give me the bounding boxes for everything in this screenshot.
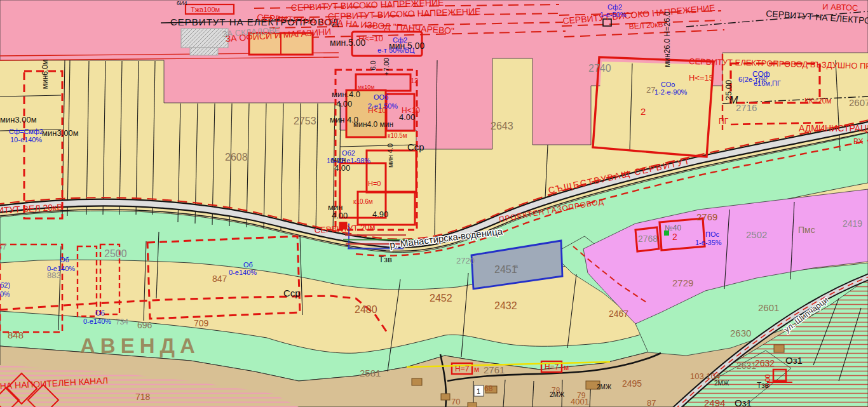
zone-abbr-label: Пмс xyxy=(798,225,815,235)
building-hatched-small xyxy=(190,48,218,55)
parcel-number: 79 xyxy=(577,391,586,400)
parcel-number: 2729 xyxy=(672,277,693,288)
dim-label: мин 4.0 xyxy=(386,143,394,168)
parcel-number: 2495 xyxy=(622,378,642,389)
dim-label: КК=20м xyxy=(804,97,832,105)
zone-code: 10-12 е1-98% xyxy=(327,157,370,164)
zone-code: Об xyxy=(60,256,69,264)
map-canvas[interactable]: АВЕНДА СЕРВИТУТ НА ЕЛЕКТРОПРОВОД СЕРВИТУ… xyxy=(0,0,868,407)
dim-label: к10.6м xyxy=(353,198,373,205)
parcel-number: 718 xyxy=(135,392,151,402)
parcel-number: 2608 xyxy=(225,152,248,163)
parcel-number: 2 xyxy=(672,232,677,242)
zone-code: б2) xyxy=(0,281,10,289)
label-box-number: 1 xyxy=(477,387,480,395)
zone-code: Об xyxy=(95,309,105,317)
zone-code: Сф2 xyxy=(607,3,622,11)
zone-use-label: И АВТОС xyxy=(822,2,858,13)
parcel-number: 2480 xyxy=(355,304,377,315)
parcel-number: 2643 xyxy=(491,121,513,131)
zone-code: е-т 50%/ВЦ xyxy=(377,46,414,54)
zone-abbr-label: 2МЖ xyxy=(597,384,612,390)
parcel-number: 2761 xyxy=(484,364,505,375)
height-limit-label: Н=7 xyxy=(545,363,559,371)
zone-code: Об xyxy=(243,261,253,269)
zone-abbr-label: Оз1 xyxy=(785,355,803,366)
parcel-number: 2581 xyxy=(360,368,381,378)
cadastral-map[interactable]: АВЕНДА СЕРВИТУТ НА ЕЛЕКТРОПРОВОД СЕРВИТУ… xyxy=(0,0,868,407)
height-limit-label: Н<10 xyxy=(402,106,420,115)
parcel-number: 2452 xyxy=(430,293,452,304)
dim-label: к10.5м xyxy=(388,132,407,139)
dim-label: 4.00 xyxy=(334,163,350,173)
zone-code: Сф2 xyxy=(393,36,407,44)
dim-label: 4.90 xyxy=(372,210,388,219)
parcel-number: 87 xyxy=(647,398,656,407)
parcel-number: 2502 xyxy=(746,229,767,240)
zone-abbr-label: Тзв xyxy=(379,255,392,264)
zone-abbr-label: Оз1 xyxy=(735,397,752,407)
zone-code: 0-е140% xyxy=(83,317,111,325)
parcel-number: 68 xyxy=(484,384,493,393)
parcel-number: 57 xyxy=(0,242,6,251)
parcel-number-superscript: а xyxy=(515,263,518,269)
zone-use-label: ВХ xyxy=(853,137,863,146)
zone-abbr-label: Сср xyxy=(407,142,424,152)
dim-label: 4.00 xyxy=(332,211,348,220)
zone-code: 1-2-е-90% xyxy=(654,88,688,96)
dim-label: мк10м xyxy=(358,84,374,90)
height-limit-label: Н<=15 xyxy=(689,73,714,83)
parcel-number: 2432 xyxy=(494,300,517,311)
parcel-number: 2630 xyxy=(730,328,751,338)
dim-label: мин26.0 Н=26.0 xyxy=(663,11,672,67)
zone-code: 0% xyxy=(0,290,10,298)
parcel-number: 2419 xyxy=(843,218,862,229)
zone-code: ООб xyxy=(374,93,388,101)
parcel-number: 2500 xyxy=(104,248,127,259)
parcel-number: 847 xyxy=(212,274,227,284)
parcel-number: 2716 xyxy=(736,102,757,113)
parcel-number: 2769 xyxy=(696,211,717,222)
watermark: АВЕНДА xyxy=(80,334,200,357)
parcel-number: 2740 xyxy=(588,63,611,74)
parcel-number: 709 xyxy=(194,318,209,328)
zone-code: 2-е1 50% xyxy=(368,102,398,110)
zone-abbr-label: М xyxy=(729,95,738,105)
zone-abbr-label: 2МЖ xyxy=(714,380,729,387)
zone-abbr-label: 2МЖ xyxy=(550,391,565,398)
dim-label: 6.0 xyxy=(369,60,377,70)
dim-label: мин6.0м xyxy=(41,60,50,90)
zone-use-label: Тжа100м xyxy=(191,6,220,13)
parcel-number: 2494 xyxy=(704,397,725,407)
zone-code: е16м,ПГ xyxy=(754,79,781,87)
parcel-number: 2720 xyxy=(456,256,475,265)
parcel-number: 2631 xyxy=(736,361,756,371)
dim-label: мин3.00м xyxy=(42,128,79,138)
parcel-number: 2632 xyxy=(755,358,775,368)
zone-code: Об2 xyxy=(342,149,355,157)
parcel-number: 848 xyxy=(8,330,24,340)
height-limit-label: Н=7 xyxy=(455,364,470,373)
parcel-number: 734 xyxy=(116,317,128,326)
dim-label: 6И4 xyxy=(177,0,187,6)
parcel-number: 2753 xyxy=(294,116,316,126)
zone-code: 10-е140% xyxy=(10,136,42,143)
zone-code: 0-е140% xyxy=(229,269,257,276)
dim-label: мин4.0 мин xyxy=(353,120,393,129)
zone-abbr-label: ПГ xyxy=(719,117,729,126)
parcel-number: 2768 xyxy=(638,234,658,244)
height-limit-label: м xyxy=(474,365,479,374)
parcel-number: 696 xyxy=(137,320,153,330)
zone-abbr-label: Сср xyxy=(283,288,301,298)
zone-abbr-label: Тзв xyxy=(757,381,769,390)
parcel-number: 2607 xyxy=(849,97,868,108)
dim-label: мин.4.0 xyxy=(332,90,360,99)
dim-label: 12 xyxy=(410,77,418,84)
parcel-number: 2601 xyxy=(758,302,779,313)
parcel-number: 2467 xyxy=(609,309,628,319)
zone-code: 1-е-50% xyxy=(600,11,627,18)
zone-code: СОо xyxy=(661,81,675,88)
building-hatched xyxy=(181,29,228,48)
parcel-number: 2 xyxy=(641,106,646,117)
height-limit-label: м xyxy=(564,363,569,372)
